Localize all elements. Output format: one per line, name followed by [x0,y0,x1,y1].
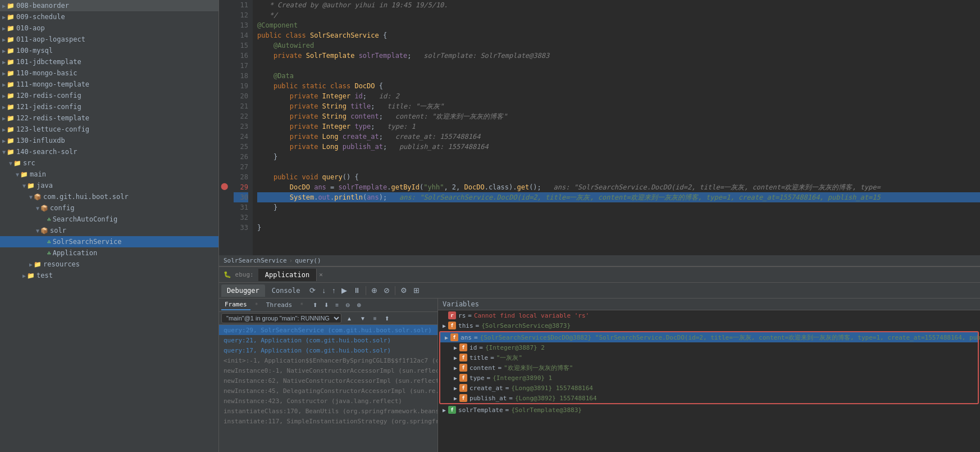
tree-item-Application[interactable]: ▶ ☘ Application [0,247,218,259]
var-item-content[interactable]: ▶ f content = "欢迎来到一灰灰的博客" [440,363,978,373]
arrow-icon: ▶ [2,25,6,31]
restore-frame-button[interactable]: ⬆ [310,301,320,309]
var-eq-content: = [498,364,502,372]
mute-breakpoints-button[interactable]: ⊘ [381,285,393,296]
folder-icon: 📁 [7,137,15,144]
thread-nav-up[interactable]: ▲ [344,314,355,323]
frame-item-6[interactable]: newInstance:45, DelegatingConstructorAcc… [219,386,437,396]
tab-frames[interactable]: Frames [221,300,250,310]
var-expand-this[interactable]: ▶ [443,323,446,329]
tree-item-package[interactable]: ▼ 📦 com.git.hui.boot.solr [0,191,218,202]
var-expand-ans[interactable]: ▶ [445,335,448,341]
frame-item-1[interactable]: query:21, Application (com.git.hui.boot.… [219,335,437,345]
var-name-ans: ans [461,334,472,341]
frame-item-8[interactable]: instantiateClass:170, BeanUtils (org.spr… [219,406,437,416]
var-expand-solrtemplate[interactable]: ▶ [443,407,446,413]
step-out-button[interactable]: ↑ [329,285,339,296]
settings-button[interactable]: ⚙ [398,285,410,296]
line-num-15: 15 [234,40,248,51]
breadcrumb-method[interactable]: query() [295,257,321,264]
tree-item-121-jedis-config[interactable]: ▶ 📁 121-jedis-config [0,101,218,112]
var-icon-type: f [459,374,467,382]
tree-item-110-mongo-basic[interactable]: ▶ 📁 110-mongo-basic [0,67,218,79]
var-expand-create-at[interactable]: ▶ [454,385,457,391]
tree-item-main[interactable]: ▼ 📁 main [0,169,218,180]
frame-item-5[interactable]: newInstance:62, NativeConstructorAccesso… [219,376,437,386]
tab-threads[interactable]: Threads [263,300,295,310]
var-item-create-at[interactable]: ▶ f create_at = {Long@3891} 1557488164 [440,383,978,393]
var-item-solrtemplate[interactable]: ▶ f solrTemplate = {SolrTemplate@3883} [438,405,980,415]
frame-item-0[interactable]: query:29, SolrSearchService (com.git.hui… [219,325,437,335]
tree-item-123-lettuce-config[interactable]: ▶ 📁 123-lettuce-config [0,124,218,135]
var-item-id[interactable]: ▶ f id = {Integer@3887} 2 [440,342,978,352]
tree-item-solr-package[interactable]: ▼ 📦 solr [0,225,218,236]
thread-filter[interactable]: ≡ [371,314,380,323]
step-over-button[interactable]: ⟳ [307,285,318,296]
thread-nav-down[interactable]: ▼ [357,314,368,323]
tree-item-resources[interactable]: ▶ 📁 resources [0,259,218,270]
frame-item-7[interactable]: newInstance:423, Constructor (java.lang.… [219,396,437,406]
tab-application[interactable]: Application [258,269,317,281]
layout-button[interactable]: ⊞ [411,285,422,296]
settings-frames-button[interactable]: ⊖ [343,301,353,309]
tree-item-100-mysql[interactable]: ▶ 📁 100-mysql [0,45,218,56]
var-item-ans[interactable]: ▶ f ans = {SolrSearchService$DocDO@3882}… [440,332,978,342]
resume-button[interactable]: ▶ [339,285,350,296]
thread-select-dropdown[interactable]: "main"@1 in group "main": RUNNING [221,313,341,323]
tree-item-java[interactable]: ▼ 📁 java [0,180,218,191]
tab-console[interactable]: Console [266,284,306,297]
tree-item-140-search-solr[interactable]: ▼ 📁 140-search-solr [0,146,218,157]
hide-frames-button[interactable]: ≡ [332,301,341,309]
tree-label: 130-influxdb [16,137,65,144]
var-eq-this: = [476,322,480,329]
tree-item-config[interactable]: ▼ 📦 config [0,202,218,214]
frame-item-4[interactable]: newInstance0:-1, NativeConstructorAccess… [219,365,437,376]
thread-selector: "main"@1 in group "main": RUNNING ▲ ▼ ≡ … [219,312,437,325]
semicolon: ; [407,51,423,61]
tree-item-111-mongo-template[interactable]: ▶ 📁 111-mongo-template [0,79,218,90]
var-item-rs[interactable]: ▶ r rs = Cannot find local variable 'rs' [438,310,980,320]
line-num-23: 23 [234,121,248,132]
tree-item-src[interactable]: ▼ 📁 src [0,157,218,169]
frame-item-2[interactable]: query:17, Application (com.git.hui.boot.… [219,345,437,355]
tree-item-test[interactable]: ▶ 📁 test [0,270,218,281]
step-into-button[interactable]: ↓ [319,285,329,296]
var-expand-content[interactable]: ▶ [454,365,457,371]
tree-item-008-beanorder[interactable]: ▶ 📁 008-beanorder [0,0,218,11]
var-icon-id: f [459,343,467,351]
tree-item-101-jdbctemplate[interactable]: ▶ 📁 101-jdbctemplate [0,56,218,67]
tree-item-011-aop-logaspect[interactable]: ▶ 📁 011-aop-logaspect [0,34,218,45]
var-item-this[interactable]: ▶ f this = {SolrSearchService@3873} [438,320,980,331]
frame-item-9[interactable]: instantiate:117, SimpleInstantiationStra… [219,416,437,426]
var-expand-id[interactable]: ▶ [454,345,457,351]
line-num-28: 28 [234,172,248,182]
tree-item-010-aop[interactable]: ▶ 📁 010-aop [0,22,218,34]
var-expand-type[interactable]: ▶ [454,375,457,381]
breadcrumb-file[interactable]: SolrSearchService [224,257,287,264]
var-item-publish-at[interactable]: ▶ f publish_at = {Long@3892} 1557488164 [440,393,978,403]
code-line-13: @Component [257,20,980,30]
tab-close[interactable]: ✕ [317,271,325,278]
var-name-rs: rs [458,312,466,319]
var-item-title[interactable]: ▶ f title = "一灰灰" [440,352,978,363]
view-breakpoints-button[interactable]: ⊕ [368,285,380,296]
frame-item-3[interactable]: <init>:-1, Application$$EnhancerBySpring… [219,355,437,365]
tree-item-SolrSearchService[interactable]: ▶ ☘ SolrSearchService [0,236,218,247]
tree-label: 101-jdbctemplate [16,58,81,66]
code-lines[interactable]: * Created by @author yihui in 19:45 19/5… [253,0,980,255]
copy-stack-button[interactable]: ⬇ [321,301,331,309]
tree-item-009-schedule[interactable]: ▶ 📁 009-schedule [0,11,218,22]
tree-item-130-influxdb[interactable]: ▶ 📁 130-influxdb [0,135,218,146]
arrow-icon: ▶ [2,93,6,99]
tree-item-SearchAutoConfig[interactable]: ▶ ☘ SearchAutoConfig [0,214,218,225]
var-eq-type: = [487,374,491,382]
var-expand-title[interactable]: ▶ [454,355,457,361]
tab-debugger[interactable]: Debugger [221,284,265,297]
tree-item-120-redis-config[interactable]: ▶ 📁 120-redis-config [0,90,218,101]
tree-item-122-redis-template[interactable]: ▶ 📁 122-redis-template [0,112,218,124]
var-expand-publish-at[interactable]: ▶ [454,395,457,401]
pause-button[interactable]: ⏸ [350,285,363,296]
thread-export[interactable]: ⬆ [382,314,392,323]
var-item-type[interactable]: ▶ f type = {Integer@3890} 1 [440,373,978,383]
export-frames-button[interactable]: ⊕ [354,301,364,309]
